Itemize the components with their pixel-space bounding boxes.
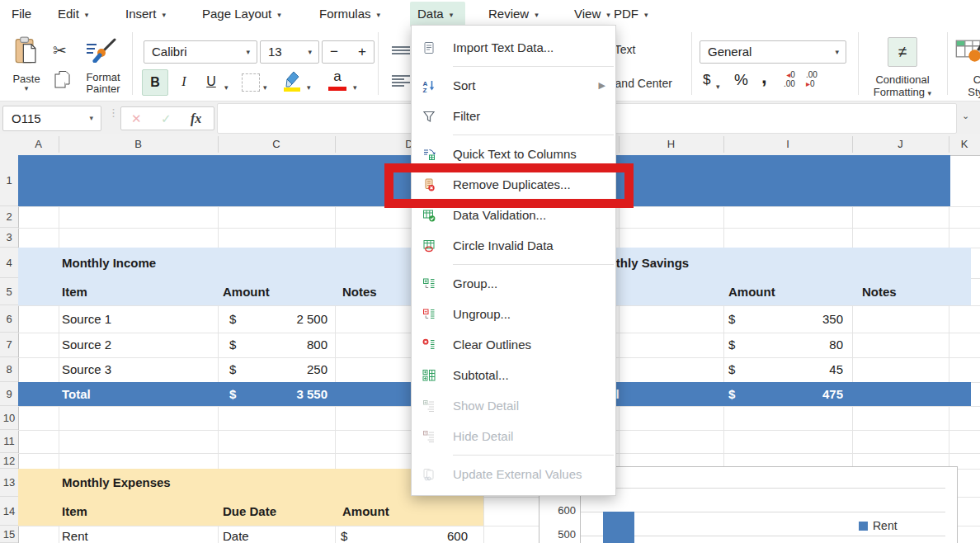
menubar-item-page-layout[interactable]: Page Layout▾ [202,0,281,27]
cell[interactable]: 250 [239,357,327,382]
menubar-item-data[interactable]: Data▾ [417,0,453,27]
font-size-select[interactable]: 13▾ [260,40,319,64]
menubar-item-pdf[interactable]: PDF▾ [614,0,648,27]
italic-button[interactable]: I [172,69,196,94]
align-top-icon[interactable] [392,45,410,58]
income-total-label[interactable]: Total [62,382,91,406]
cell[interactable]: Rent [62,526,88,543]
paste-icon[interactable] [14,36,39,64]
cell[interactable]: $ [728,382,735,406]
comma-style-button[interactable]: , [761,65,767,88]
cell[interactable]: $ [229,333,236,357]
savings-total-value[interactable]: 475 [742,382,843,406]
cell-styles-icon[interactable] [955,37,980,64]
cell[interactable]: $ [341,526,347,543]
paste-caret-icon[interactable]: ▾ [3,84,49,92]
cancel-icon[interactable]: ✕ [131,107,142,130]
cell[interactable]: Date [223,526,249,543]
cell[interactable]: 80 [742,333,843,357]
cell[interactable]: $ [728,305,735,333]
insert-function-icon[interactable]: fx [191,107,201,130]
cell[interactable]: $ [728,333,735,357]
menu-item-quick-text-to-columns[interactable]: Quick Text to Columns [412,139,615,169]
currency-caret-icon[interactable]: ▾ [716,78,720,92]
increase-decimal-icon[interactable]: .00▸0 [806,70,817,88]
menu-item-clear-outlines[interactable]: Clear Outlines [412,329,615,360]
cell[interactable]: 350 [742,305,843,333]
drag-handle-icon[interactable]: ⋮ [108,108,119,117]
menu-item-group[interactable]: Group... [412,268,615,299]
column-header-H[interactable]: H [619,134,723,155]
percent-button[interactable]: % [734,71,748,89]
menu-item-filter[interactable]: Filter [412,101,615,131]
confirm-icon[interactable]: ✓ [161,107,172,130]
cell[interactable]: $ [229,357,236,382]
cell[interactable]: $ [229,382,236,406]
menu-item-sort[interactable]: AZSort▶ [412,70,615,101]
expenses-title[interactable]: Monthly Expenses [62,469,171,497]
format-painter-icon[interactable] [85,38,116,63]
cell[interactable]: $ [229,305,236,333]
borders-caret-icon[interactable]: ▾ [263,78,267,93]
conditional-formatting-button[interactable]: Conditional Formatting ▾ [863,73,942,100]
income-total-value[interactable]: 3 550 [239,382,327,406]
cell[interactable]: 2 500 [239,305,327,333]
column-header-I[interactable]: I [723,134,852,155]
cut-icon[interactable]: ✂ [53,40,67,60]
decrease-font-button[interactable]: − [330,41,338,63]
menu-item-subtotal[interactable]: Subtotal... [412,360,615,390]
menubar-item-edit[interactable]: Edit▾ [58,0,88,27]
bold-button[interactable]: B [142,69,168,96]
cell[interactable]: Notes [342,278,377,305]
menubar-item-review[interactable]: Review▾ [488,0,539,27]
column-header-J[interactable]: J [852,134,949,155]
highlight-caret-icon[interactable]: ▾ [307,78,311,93]
name-box[interactable]: O115 ▾ [2,106,101,131]
font-color-icon[interactable]: a [328,68,346,85]
cell[interactable]: Notes [862,278,897,305]
formula-bar-expand-icon[interactable]: ⌄ [962,111,969,121]
cell[interactable]: $ [728,357,735,382]
menu-item-ungroup[interactable]: Ungroup... [412,299,615,329]
conditional-formatting-icon[interactable]: ≠ [888,37,917,67]
menubar-item-view[interactable]: View▾ [574,0,610,27]
menu-item-import-text-data[interactable]: Import Text Data... [412,32,615,63]
cell[interactable]: Item [62,278,87,305]
cell[interactable]: Source 1 [62,305,111,333]
cell[interactable]: 45 [742,357,843,382]
cell-styles-button[interactable]: CellStyles [960,73,980,98]
align-left-icon[interactable] [392,73,410,87]
font-color-bar[interactable] [328,87,346,91]
underline-caret-icon[interactable]: ▾ [224,78,229,93]
menubar-item-insert[interactable]: Insert▾ [125,0,166,27]
cell[interactable]: Due Date [223,497,276,526]
highlight-color-icon[interactable] [282,70,302,92]
font-color-caret-icon[interactable]: ▾ [353,78,357,93]
cell[interactable]: Amount [342,497,389,526]
underline-button[interactable]: U [199,69,224,94]
menu-item-remove-duplicates[interactable]: Remove Duplicates... [412,169,615,200]
increase-font-button[interactable]: + [358,41,366,63]
cell[interactable]: Source 3 [62,357,111,382]
column-header-K[interactable]: K [949,134,980,155]
cell[interactable]: Amount [728,278,775,305]
cell[interactable]: Amount [223,278,270,305]
font-name-select[interactable]: Calibri▾ [144,40,257,64]
column-header-C[interactable]: C [218,134,335,155]
number-format-select[interactable]: General▾ [700,40,846,64]
menu-item-data-validation[interactable]: Data Validation... [412,200,615,230]
menu-item-circle-invalid-data[interactable]: Circle Invalid Data [412,230,615,261]
menubar-item-file[interactable]: File [12,0,31,27]
column-header-B[interactable]: B [59,134,218,155]
income-title[interactable]: Monthly Income [62,248,156,278]
copy-icon[interactable] [54,70,71,90]
cell[interactable]: 800 [239,333,327,357]
chevron-down-icon[interactable]: ▾ [89,106,93,130]
decrease-decimal-icon[interactable]: ◂0.00 [784,70,795,88]
format-painter-button[interactable]: Format Painter [78,72,129,95]
column-header-A[interactable]: A [18,134,59,155]
cell[interactable]: Source 2 [62,333,111,357]
cell[interactable]: 600 [363,526,468,543]
cell[interactable]: Item [62,497,87,526]
borders-icon[interactable] [242,73,260,92]
